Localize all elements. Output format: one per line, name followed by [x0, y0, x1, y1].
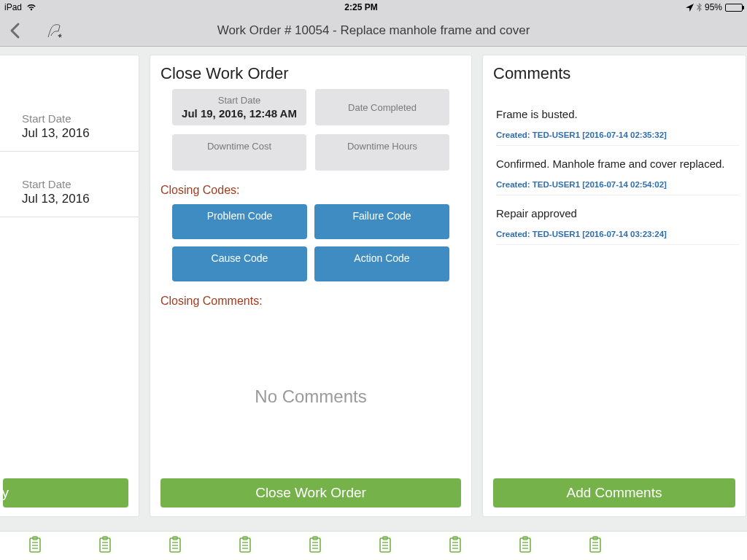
toolbar-item[interactable]: [280, 536, 350, 556]
cause-code-button[interactable]: Cause Code: [172, 246, 307, 281]
downtime-hours-box[interactable]: Downtime Hours: [315, 134, 449, 171]
start-date-label: Start Date: [22, 178, 139, 190]
left-panel: Start Date Jul 13, 2016 Start Date Jul 1…: [0, 55, 139, 516]
clipboard-icon: [448, 536, 462, 556]
page-title: Work Order # 10054 - Replace manhole fra…: [0, 23, 747, 38]
clipboard-icon: [98, 536, 112, 556]
comments-panel: Comments Frame is busted. Created: TED-U…: [483, 55, 746, 516]
battery-icon: [725, 4, 743, 12]
comment-text: Confirmed. Manhole frame and cover repla…: [496, 158, 740, 170]
toolbar-item[interactable]: [140, 536, 210, 556]
content-area: Start Date Jul 13, 2016 Start Date Jul 1…: [0, 47, 747, 531]
list-item[interactable]: Start Date Jul 13, 2016: [0, 172, 139, 217]
battery-pct: 95%: [705, 2, 722, 12]
clipboard-icon: [518, 536, 533, 556]
start-date-value: Jul 13, 2016: [22, 126, 139, 141]
clock: 2:25 PM: [36, 2, 686, 12]
toolbar-item[interactable]: [210, 536, 280, 556]
problem-code-button[interactable]: Problem Code: [172, 204, 307, 239]
comment-meta: Created: TED-USER1 [2016-07-14 02:54:02]: [496, 180, 740, 195]
back-button[interactable]: [7, 23, 23, 39]
activity-button[interactable]: tivity: [3, 478, 128, 508]
panel-title: Close Work Order: [150, 55, 471, 89]
comment-item: Confirmed. Manhole frame and cover repla…: [496, 146, 740, 195]
comment-item: Repair approved Created: TED-USER1 [2016…: [496, 195, 740, 245]
start-date-value: Jul 13, 2016: [22, 192, 139, 206]
clipboard-icon: [378, 536, 392, 556]
add-comments-button[interactable]: Add Comments: [493, 478, 735, 508]
action-code-button[interactable]: Action Code: [314, 246, 449, 281]
list-item[interactable]: Start Date Jul 13, 2016: [0, 106, 139, 152]
toolbar-item[interactable]: [420, 536, 490, 556]
toolbar-item[interactable]: [350, 536, 420, 556]
comment-text: Repair approved: [496, 207, 740, 219]
clipboard-icon: [28, 536, 42, 556]
flag-icon[interactable]: [45, 22, 67, 39]
clipboard-icon: [308, 536, 322, 556]
clipboard-icon: [168, 536, 182, 556]
nav-bar: Work Order # 10054 - Replace manhole fra…: [0, 15, 747, 47]
closing-comments-label: Closing Comments:: [150, 281, 471, 315]
close-work-order-panel: Close Work Order Start Date Jul 19, 2016…: [150, 55, 471, 516]
toolbar-item[interactable]: [0, 536, 70, 556]
comment-text: Frame is busted.: [496, 108, 740, 120]
bottom-toolbar: [0, 531, 747, 560]
start-date-box[interactable]: Start Date Jul 19, 2016, 12:48 AM: [172, 89, 306, 125]
downtime-cost-box[interactable]: Downtime Cost: [172, 134, 306, 171]
bluetooth-icon: [697, 3, 702, 12]
comment-meta: Created: TED-USER1 [2016-07-14 03:23:24]: [496, 230, 740, 245]
clipboard-icon: [588, 536, 603, 556]
toolbar-item[interactable]: [70, 536, 140, 556]
device-label: iPad: [4, 2, 22, 12]
location-icon: [686, 4, 694, 12]
toolbar-item[interactable]: [560, 536, 630, 556]
toolbar-item[interactable]: [490, 536, 560, 556]
panel-title: Comments: [483, 55, 746, 89]
clipboard-icon: [238, 536, 252, 556]
status-bar: iPad 2:25 PM 95%: [0, 0, 747, 15]
date-completed-box[interactable]: Date Completed: [315, 89, 449, 125]
failure-code-button[interactable]: Failure Code: [314, 204, 449, 239]
comment-item: Frame is busted. Created: TED-USER1 [201…: [496, 96, 740, 146]
comment-meta: Created: TED-USER1 [2016-07-14 02:35:32]: [496, 131, 740, 146]
wifi-icon: [26, 4, 36, 11]
no-comments-placeholder: No Comments: [150, 315, 471, 478]
start-date-label: Start Date: [22, 112, 139, 125]
closing-codes-label: Closing Codes:: [150, 171, 471, 204]
close-work-order-button[interactable]: Close Work Order: [160, 478, 461, 508]
